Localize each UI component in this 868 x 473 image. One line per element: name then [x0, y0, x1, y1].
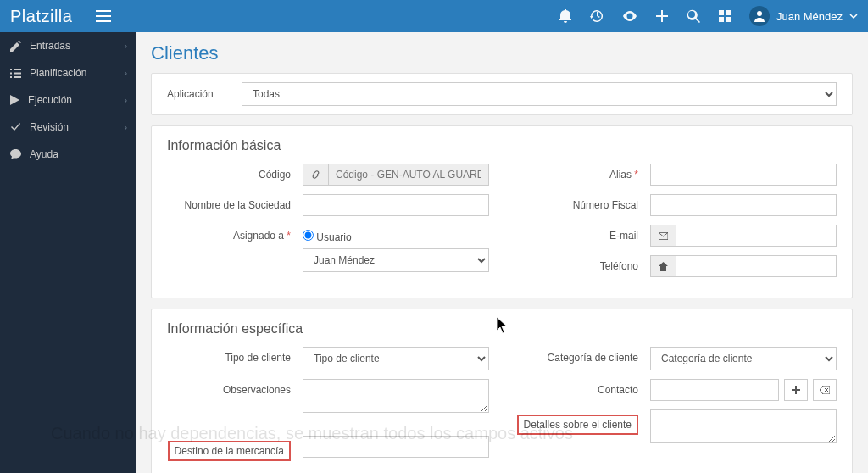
svg-point-0 [757, 11, 762, 16]
home-icon [650, 255, 676, 277]
sidebar-item-label: Ejecución [28, 94, 72, 106]
menu-toggle[interactable] [96, 10, 111, 22]
destino-input[interactable] [303, 436, 489, 458]
top-bar: Platzilla Juan Méndez [0, 0, 868, 32]
label-detalles: Detalles sobre el cliente [515, 409, 650, 435]
check-icon [10, 123, 21, 131]
filter-aplicacion-select[interactable]: Todas [242, 82, 837, 106]
codigo-input [328, 164, 489, 186]
sidebar-item-label: Planificación [30, 67, 86, 79]
specific-info-card: Información específica Tipo de cliente T… [151, 309, 853, 473]
bell-icon[interactable] [559, 9, 571, 23]
user-menu[interactable]: Juan Méndez [749, 6, 858, 26]
main-content: Clientes Aplicación Todas Información bá… [136, 32, 868, 473]
categoria-select[interactable]: Categoría de cliente [650, 347, 837, 370]
telefono-input[interactable] [676, 255, 837, 277]
filter-card: Aplicación Todas [151, 73, 853, 115]
label-categoria: Categoría de cliente [515, 347, 650, 364]
history-icon[interactable] [590, 9, 604, 23]
contacto-clear-button[interactable] [813, 379, 837, 401]
plus-icon[interactable] [656, 10, 668, 22]
sidebar-item-ayuda[interactable]: Ayuda [0, 141, 136, 168]
mail-icon [650, 225, 676, 247]
chevron-down-icon [849, 12, 858, 20]
label-email: E-mail [515, 225, 650, 242]
chevron-right-icon: › [125, 123, 127, 132]
label-telefono: Teléfono [515, 255, 650, 272]
speech-icon [10, 149, 21, 159]
sociedad-input[interactable] [303, 194, 489, 216]
label-tipo: Tipo de cliente [167, 347, 303, 364]
label-asignado: Asignado a * [167, 225, 303, 242]
label-fiscal: Número Fiscal [515, 194, 650, 211]
basic-info-card: Información básica Código Nombre de la S… [151, 125, 853, 298]
sidebar-item-label: Ayuda [30, 148, 58, 160]
section-title-basic: Información básica [167, 138, 837, 153]
play-icon [10, 95, 19, 105]
label-sociedad: Nombre de la Sociedad [167, 194, 303, 211]
chevron-right-icon: › [125, 96, 127, 105]
alias-input[interactable] [650, 164, 837, 186]
asignado-radio-usuario[interactable] [303, 230, 314, 241]
brand-logo: Platzilla [10, 7, 72, 26]
label-destino: Destino de la mercancía [167, 436, 303, 461]
label-contacto: Contacto [515, 379, 650, 396]
asignado-select[interactable]: Juan Méndez [303, 248, 489, 272]
sidebar: Entradas › Planificación › Ejecución › R… [0, 32, 136, 473]
label-obs: Observaciones [167, 379, 303, 396]
user-name: Juan Méndez [776, 10, 843, 23]
list-icon [10, 69, 21, 78]
sidebar-item-label: Revisión [30, 121, 69, 133]
tipo-select[interactable]: Tipo de cliente [303, 347, 489, 370]
contacto-add-button[interactable] [784, 379, 808, 401]
obs-textarea[interactable] [303, 379, 489, 413]
filter-label: Aplicación [167, 88, 218, 100]
avatar [749, 6, 770, 26]
sidebar-item-planificacion[interactable]: Planificación › [0, 59, 136, 86]
sidebar-item-revision[interactable]: Revisión › [0, 114, 136, 141]
search-icon[interactable] [687, 9, 700, 23]
sidebar-item-entradas[interactable]: Entradas › [0, 32, 136, 59]
contacto-input[interactable] [650, 379, 779, 401]
label-codigo: Código [167, 164, 303, 181]
topbar-actions: Juan Méndez [559, 6, 858, 26]
sidebar-item-label: Entradas [30, 40, 70, 52]
chevron-right-icon: › [125, 42, 127, 51]
fiscal-input[interactable] [650, 194, 837, 216]
section-title-specific: Información específica [167, 321, 837, 337]
label-alias: Alias * [515, 164, 650, 181]
sidebar-item-ejecucion[interactable]: Ejecución › [0, 86, 136, 114]
link-icon [303, 164, 328, 186]
apps-icon[interactable] [719, 10, 731, 22]
detalles-textarea[interactable] [650, 409, 837, 443]
eye-icon[interactable] [622, 11, 637, 21]
chevron-right-icon: › [125, 69, 127, 78]
page-title: Clientes [151, 42, 853, 64]
email-input[interactable] [676, 225, 837, 247]
edit-icon [10, 41, 21, 52]
